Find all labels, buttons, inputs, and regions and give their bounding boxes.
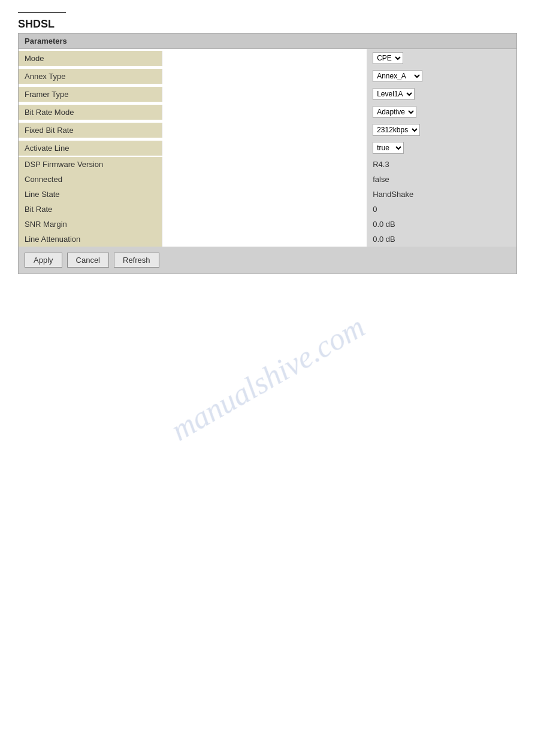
param-label-9: Bit Rate [19, 202, 162, 217]
param-value-2[interactable]: Level1ALevel1BLevel2 [367, 85, 516, 103]
page-title: SHDSL [18, 18, 517, 31]
section-header: Parameters [19, 34, 516, 49]
param-label-8: Line State [19, 187, 162, 202]
param-value-5[interactable]: truefalse [367, 139, 516, 157]
param-label-4: Fixed Bit Rate [19, 123, 162, 138]
param-value-11: 0.0 dB [367, 232, 516, 247]
param-value-4[interactable]: 192kbps384kbps512kbps768kbps1024kbps1536… [367, 121, 516, 139]
param-value-8: HandShake [367, 187, 516, 202]
param-label-7: Connected [19, 172, 162, 187]
param-static-8: HandShake [373, 190, 413, 199]
param-label-10: SNR Margin [19, 217, 162, 232]
param-label-5: Activate Line [19, 141, 162, 156]
top-border [18, 12, 66, 13]
param-value-9: 0 [367, 202, 516, 217]
cancel-button[interactable]: Cancel [67, 253, 109, 268]
param-label-1: Annex Type [19, 69, 162, 84]
shdsl-table: Parameters ModeCPECOAnnex TypeAnnex_AAnn… [18, 33, 517, 274]
refresh-button[interactable]: Refresh [114, 253, 159, 268]
param-static-6: R4.3 [373, 160, 389, 169]
param-static-11: 0.0 dB [373, 235, 395, 244]
param-static-7: false [373, 175, 389, 184]
param-value-1[interactable]: Annex_AAnnex_BAnnex_AFAnnex_BF [367, 67, 516, 85]
param-label-11: Line Attenuation [19, 232, 162, 247]
param-label-2: Framer Type [19, 87, 162, 102]
param-static-10: 0.0 dB [373, 220, 395, 229]
param-label-3: Bit Rate Mode [19, 105, 162, 120]
param-select-1[interactable]: Annex_AAnnex_BAnnex_AFAnnex_BF [373, 70, 422, 82]
buttons-row: Apply Cancel Refresh [19, 247, 516, 274]
param-select-0[interactable]: CPECO [373, 52, 403, 64]
apply-button[interactable]: Apply [25, 253, 62, 268]
param-select-4[interactable]: 192kbps384kbps512kbps768kbps1024kbps1536… [373, 124, 420, 136]
param-value-6: R4.3 [367, 157, 516, 172]
param-label-6: DSP Firmware Version [19, 157, 162, 172]
param-select-3[interactable]: AdaptiveFixed [373, 106, 416, 118]
param-value-3[interactable]: AdaptiveFixed [367, 103, 516, 121]
param-value-7: false [367, 172, 516, 187]
param-static-9: 0 [373, 205, 377, 214]
param-select-2[interactable]: Level1ALevel1BLevel2 [373, 88, 415, 100]
param-value-0[interactable]: CPECO [367, 49, 516, 67]
param-select-5[interactable]: truefalse [373, 142, 404, 154]
param-value-10: 0.0 dB [367, 217, 516, 232]
param-label-0: Mode [19, 51, 162, 66]
